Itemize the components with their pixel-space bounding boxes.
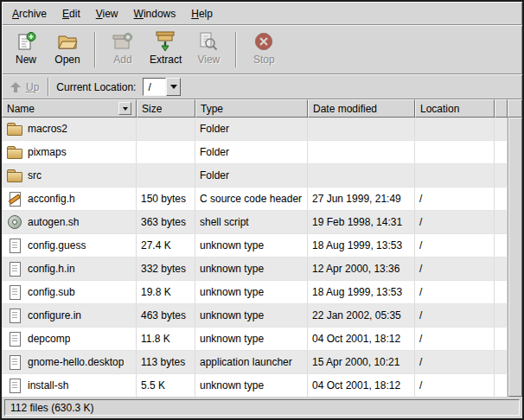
file-location: / — [415, 374, 495, 397]
file-row[interactable]: src Folder — [2, 164, 508, 188]
file-date-modified: 04 Oct 2001, 18:12 — [308, 374, 415, 397]
file-location — [415, 141, 495, 163]
file-row[interactable]: config.sub 19.8 K unknown type 18 Aug 19… — [2, 281, 508, 304]
scrollbar-thumb[interactable] — [508, 118, 522, 397]
file-list-main: Name Size Type Date modified Location ma… — [2, 99, 508, 397]
open-folder-icon — [56, 30, 79, 53]
file-size: 5.5 K — [137, 374, 195, 397]
open-button[interactable]: Open — [47, 28, 88, 72]
up-button-label: Up — [26, 81, 39, 93]
c-header-icon — [6, 191, 23, 207]
stop-button[interactable]: Stop — [243, 28, 284, 72]
new-button[interactable]: New — [5, 28, 47, 72]
extract-icon — [155, 30, 177, 53]
file-row[interactable]: config.guess 27.4 K unknown type 18 Aug … — [2, 234, 508, 258]
menu-archive[interactable]: Archive — [4, 3, 54, 24]
file-row[interactable]: macros2 Folder — [2, 118, 508, 141]
file-type: unknown type — [195, 281, 308, 303]
file-row[interactable]: config.h.in 332 bytes unknown type 12 Ap… — [2, 258, 508, 281]
column-header-size[interactable]: Size — [137, 99, 195, 118]
add-button-label: Add — [113, 54, 131, 66]
column-header-type[interactable]: Type — [195, 99, 308, 118]
vertical-scrollbar[interactable] — [508, 99, 522, 397]
doc-icon — [6, 354, 23, 370]
up-button[interactable]: Up — [6, 80, 46, 95]
filler-cell — [495, 374, 508, 397]
name-cell: install-sh — [2, 374, 137, 397]
file-location: / — [415, 188, 495, 210]
file-date-modified: 12 Apr 2000, 13:36 — [308, 258, 415, 280]
filler-cell — [495, 258, 508, 280]
doc-icon — [6, 261, 23, 277]
folder-icon — [6, 121, 23, 137]
doc-icon — [6, 378, 23, 393]
file-size: 11.8 K — [137, 328, 195, 350]
name-cell: depcomp — [2, 328, 137, 350]
column-header-name[interactable]: Name — [2, 99, 137, 118]
file-location: / — [415, 281, 495, 303]
file-row[interactable]: autogen.sh 363 bytes shell script 19 Feb… — [2, 211, 508, 234]
name-cell: pixmaps — [2, 141, 137, 163]
file-date-modified: 22 Jan 2002, 05:35 — [308, 304, 415, 327]
file-type: unknown type — [195, 258, 308, 280]
filler-cell — [495, 328, 508, 350]
doc-icon — [6, 331, 23, 347]
menu-help[interactable]: Help — [183, 3, 220, 24]
file-row[interactable]: acconfig.h 150 bytes C source code heade… — [2, 188, 508, 211]
extract-button[interactable]: Extract — [144, 28, 188, 72]
name-cell: configure.in — [2, 304, 137, 327]
location-bar: Up Current Location: / — [2, 74, 522, 99]
file-name: config.guess — [28, 239, 86, 251]
file-name: pixmaps — [28, 146, 67, 158]
file-type: unknown type — [195, 304, 308, 327]
status-bar: 112 files (630.3 K) — [4, 399, 520, 416]
column-header-location[interactable]: Location — [415, 99, 495, 118]
menu-view[interactable]: View — [88, 3, 126, 24]
doc-icon — [6, 308, 23, 323]
location-combo-dropdown-button[interactable] — [166, 78, 181, 96]
file-type: application launcher — [195, 351, 308, 373]
filler-cell — [495, 304, 508, 327]
add-button[interactable]: Add — [102, 28, 144, 72]
menu-windows[interactable]: Windows — [126, 3, 184, 24]
menu-edit[interactable]: Edit — [54, 3, 88, 24]
column-header-date-modified[interactable]: Date modified — [308, 99, 415, 118]
file-date-modified: 27 Jun 1999, 21:49 — [308, 188, 415, 210]
file-row[interactable]: configure.in 463 bytes unknown type 22 J… — [2, 304, 508, 328]
view-button[interactable]: View — [188, 28, 229, 72]
location-combo-value: / — [143, 78, 166, 96]
file-list-area: Name Size Type Date modified Location ma… — [2, 99, 522, 397]
filler-cell — [495, 351, 508, 373]
scrollbar-trough[interactable] — [508, 118, 522, 397]
file-type: shell script — [195, 211, 308, 233]
name-cell: acconfig.h — [2, 188, 137, 210]
doc-icon — [6, 238, 23, 253]
file-type: unknown type — [195, 234, 308, 257]
sort-indicator-icon[interactable] — [118, 102, 131, 115]
file-name: depcomp — [28, 333, 70, 345]
filler-cell — [495, 211, 508, 233]
file-location: / — [415, 328, 495, 350]
new-archive-icon — [15, 30, 37, 53]
name-cell: config.h.in — [2, 258, 137, 280]
location-combo[interactable]: / — [143, 78, 181, 96]
file-location — [415, 164, 495, 187]
menu-bar: Archive Edit View Windows Help — [2, 2, 522, 25]
name-cell: src — [2, 164, 137, 187]
file-row[interactable]: install-sh 5.5 K unknown type 04 Oct 200… — [2, 374, 508, 397]
filler-cell — [495, 141, 508, 163]
name-cell: gnome-hello.desktop — [2, 351, 137, 373]
chevron-down-icon — [123, 107, 128, 111]
file-size: 150 bytes — [137, 188, 195, 210]
file-row[interactable]: pixmaps Folder — [2, 141, 508, 164]
add-to-archive-icon — [112, 30, 134, 53]
file-row[interactable]: gnome-hello.desktop 113 bytes applicatio… — [2, 351, 508, 374]
file-row[interactable]: depcomp 11.8 K unknown type 04 Oct 2001,… — [2, 328, 508, 351]
doc-icon — [6, 284, 23, 300]
file-size — [137, 118, 195, 140]
toolbar-separator — [235, 32, 237, 67]
file-size: 463 bytes — [137, 304, 195, 327]
up-arrow-icon — [10, 81, 22, 93]
file-date-modified — [308, 118, 415, 140]
file-size: 113 bytes — [137, 351, 195, 373]
